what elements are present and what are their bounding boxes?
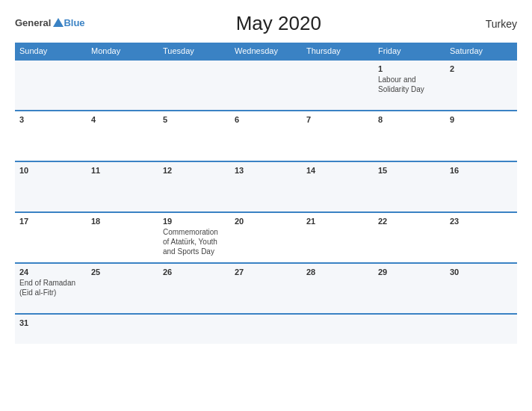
calendar-cell: 25 bbox=[87, 263, 158, 314]
calendar-week-row: 10111213141516 bbox=[15, 161, 517, 212]
calendar-cell: 1Labour and Solidarity Day bbox=[374, 60, 445, 111]
day-number: 9 bbox=[450, 115, 513, 124]
header-friday: Friday bbox=[374, 43, 445, 60]
calendar-cell: 14 bbox=[302, 161, 374, 212]
day-number: 17 bbox=[19, 217, 82, 226]
calendar-cell bbox=[15, 60, 87, 111]
day-number: 3 bbox=[19, 115, 82, 124]
calendar-week-row: 1Labour and Solidarity Day2 bbox=[15, 60, 517, 111]
day-number: 14 bbox=[306, 166, 369, 175]
day-number: 2 bbox=[450, 64, 513, 73]
day-number: 11 bbox=[91, 166, 154, 175]
calendar-cell bbox=[230, 314, 302, 344]
day-number: 13 bbox=[235, 166, 297, 175]
calendar-cell bbox=[158, 314, 230, 344]
calendar-cell: 4 bbox=[87, 111, 158, 161]
calendar-table: Sunday Monday Tuesday Wednesday Thursday… bbox=[15, 43, 517, 344]
day-number: 26 bbox=[163, 268, 226, 276]
day-number: 4 bbox=[91, 115, 154, 124]
day-number: 7 bbox=[306, 115, 369, 124]
day-number: 16 bbox=[450, 166, 513, 175]
calendar-cell: 23 bbox=[445, 212, 517, 263]
calendar-cell: 12 bbox=[158, 161, 230, 212]
day-event: Labour and Solidarity Day bbox=[378, 75, 424, 93]
calendar-cell: 26 bbox=[158, 263, 230, 314]
header: General Blue May 2020 Turkey bbox=[15, 12, 517, 35]
day-number: 8 bbox=[378, 115, 441, 124]
calendar-title: May 2020 bbox=[85, 12, 472, 35]
calendar-cell: 10 bbox=[15, 161, 87, 212]
calendar-body: 1Labour and Solidarity Day23456789101112… bbox=[15, 60, 517, 344]
day-number: 6 bbox=[235, 115, 297, 124]
day-number: 29 bbox=[378, 268, 441, 276]
calendar-cell bbox=[87, 314, 158, 344]
day-number: 27 bbox=[235, 268, 297, 276]
calendar-cell: 15 bbox=[374, 161, 445, 212]
calendar-cell bbox=[445, 314, 517, 344]
calendar-cell bbox=[374, 314, 445, 344]
logo-blue-text: Blue bbox=[64, 18, 84, 28]
day-number: 20 bbox=[235, 217, 297, 226]
day-number: 1 bbox=[378, 64, 441, 73]
calendar-cell bbox=[87, 60, 158, 111]
calendar-cell: 5 bbox=[158, 111, 230, 161]
calendar-cell: 28 bbox=[302, 263, 374, 314]
header-saturday: Saturday bbox=[445, 43, 517, 60]
calendar-cell: 11 bbox=[87, 161, 158, 212]
day-number: 24 bbox=[19, 268, 82, 276]
day-number: 18 bbox=[91, 217, 154, 226]
header-thursday: Thursday bbox=[302, 43, 374, 60]
logo: General Blue bbox=[15, 18, 85, 28]
calendar-cell bbox=[230, 60, 302, 111]
header-wednesday: Wednesday bbox=[230, 43, 302, 60]
calendar-cell: 13 bbox=[230, 161, 302, 212]
calendar-week-row: 171819Commemoration of Atatürk, Youth an… bbox=[15, 212, 517, 263]
weekday-header-row: Sunday Monday Tuesday Wednesday Thursday… bbox=[15, 43, 517, 60]
day-number: 22 bbox=[378, 217, 441, 226]
calendar-cell: 24End of Ramadan (Eid al-Fitr) bbox=[15, 263, 87, 314]
calendar-header: Sunday Monday Tuesday Wednesday Thursday… bbox=[15, 43, 517, 60]
calendar-cell: 27 bbox=[230, 263, 302, 314]
day-number: 25 bbox=[91, 268, 154, 276]
day-number: 19 bbox=[163, 217, 226, 226]
calendar-cell: 2 bbox=[445, 60, 517, 111]
calendar-cell bbox=[158, 60, 230, 111]
day-number: 21 bbox=[306, 217, 369, 226]
header-monday: Monday bbox=[87, 43, 158, 60]
calendar-cell: 29 bbox=[374, 263, 445, 314]
calendar-cell: 19Commemoration of Atatürk, Youth and Sp… bbox=[158, 212, 230, 263]
day-number: 30 bbox=[450, 268, 513, 276]
day-event: End of Ramadan (Eid al-Fitr) bbox=[19, 279, 75, 297]
calendar-week-row: 3456789 bbox=[15, 111, 517, 161]
calendar-cell: 7 bbox=[302, 111, 374, 161]
calendar-cell: 8 bbox=[374, 111, 445, 161]
day-event: Commemoration of Atatürk, Youth and Spor… bbox=[163, 228, 218, 256]
calendar-week-row: 31 bbox=[15, 314, 517, 344]
day-number: 23 bbox=[450, 217, 513, 226]
page: General Blue May 2020 Turkey Sunday Mond… bbox=[0, 0, 532, 411]
calendar-cell: 16 bbox=[445, 161, 517, 212]
logo-general-text: General bbox=[15, 18, 51, 28]
calendar-cell: 6 bbox=[230, 111, 302, 161]
calendar-cell bbox=[302, 314, 374, 344]
day-number: 15 bbox=[378, 166, 441, 175]
calendar-cell: 9 bbox=[445, 111, 517, 161]
calendar-cell: 30 bbox=[445, 263, 517, 314]
country-label: Turkey bbox=[472, 18, 517, 30]
header-sunday: Sunday bbox=[15, 43, 87, 60]
logo-triangle-icon bbox=[53, 18, 64, 27]
calendar-cell: 20 bbox=[230, 212, 302, 263]
day-number: 10 bbox=[19, 166, 82, 175]
calendar-cell bbox=[302, 60, 374, 111]
day-number: 31 bbox=[19, 318, 82, 327]
header-tuesday: Tuesday bbox=[158, 43, 230, 60]
calendar-week-row: 24End of Ramadan (Eid al-Fitr)2526272829… bbox=[15, 263, 517, 314]
calendar-cell: 18 bbox=[87, 212, 158, 263]
calendar-cell: 3 bbox=[15, 111, 87, 161]
calendar-cell: 17 bbox=[15, 212, 87, 263]
calendar-cell: 21 bbox=[302, 212, 374, 263]
day-number: 28 bbox=[306, 268, 369, 276]
calendar-cell: 31 bbox=[15, 314, 87, 344]
day-number: 12 bbox=[163, 166, 226, 175]
calendar-cell: 22 bbox=[374, 212, 445, 263]
